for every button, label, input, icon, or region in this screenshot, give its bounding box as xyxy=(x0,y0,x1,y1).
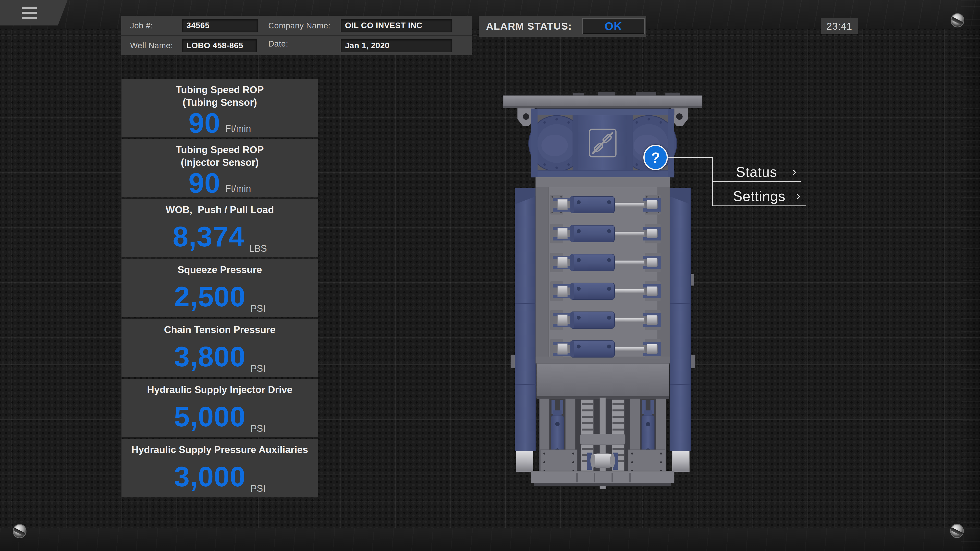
gauge-label: Chain Tension Pressure xyxy=(164,323,275,336)
gauge-unit: PSI xyxy=(251,364,266,377)
status-underline xyxy=(713,181,801,182)
gauge-value: 3,000 xyxy=(174,464,246,489)
background-bottom-band xyxy=(0,528,980,551)
panel-divider xyxy=(121,35,472,36)
screw-slot xyxy=(13,527,27,537)
gauge-value: 2,500 xyxy=(174,284,246,310)
injector-machine-render xyxy=(500,88,706,495)
company-name-label: Company Name: xyxy=(268,21,331,30)
gauge-value: 90 xyxy=(188,170,220,196)
company-name-field[interactable]: OIL CO INVEST INC xyxy=(340,19,452,32)
gauge-tubing-speed-tubing-sensor: Tubing Speed ROP(Tubing Sensor) 90Ft/min xyxy=(121,79,318,137)
machine-right-column xyxy=(670,188,695,472)
gauge-label: Squeeze Pressure xyxy=(178,263,262,276)
gauge-label: Hydraulic Supply Pressure Auxiliaries xyxy=(131,443,308,456)
screw-slot xyxy=(950,527,964,536)
alarm-status-panel: ALARM STATUS: OK xyxy=(479,16,646,37)
chevron-right-icon: › xyxy=(792,164,797,179)
menu-item-settings[interactable]: Settings › xyxy=(713,187,806,205)
gauge-label: WOB, Push / Pull Load xyxy=(165,203,274,216)
gauge-label: Tubing Speed ROP(Injector Sensor) xyxy=(176,143,264,169)
gauge-hydraulic-supply-pressure-auxiliaries: Hydraulic Supply Pressure Auxiliaries 3,… xyxy=(121,439,318,497)
gauge-tubing-speed-injector-sensor: Tubing Speed ROP(Injector Sensor) 90Ft/m… xyxy=(121,139,318,197)
hamburger-bar xyxy=(22,12,37,14)
gauge-hydraulic-supply-injector-drive: Hydraulic Supply Injector Drive 5,000PSI xyxy=(121,379,318,437)
machine-center-panel xyxy=(573,111,633,175)
main-menu-button[interactable] xyxy=(0,0,68,25)
gauge-label: Tubing Speed ROP(Tubing Sensor) xyxy=(176,83,264,109)
gauge-label: Hydraulic Supply Injector Drive xyxy=(147,383,293,396)
question-mark-icon: ? xyxy=(651,149,660,166)
hmi-screen: Job #: 34565 Company Name: OIL CO INVEST… xyxy=(0,0,980,551)
job-info-panel: Job #: 34565 Company Name: OIL CO INVEST… xyxy=(121,16,472,56)
machine-bottom-roller xyxy=(587,453,618,470)
gauge-unit: PSI xyxy=(251,303,266,318)
chevron-right-icon: › xyxy=(796,188,801,203)
alarm-status-box: OK xyxy=(582,19,644,34)
gauge-unit: LBS xyxy=(249,243,267,257)
gauge-squeeze-pressure: Squeeze Pressure 2,500PSI xyxy=(121,259,318,318)
date-field[interactable]: Jan 1, 2020 xyxy=(340,39,452,52)
screw-icon xyxy=(950,524,964,538)
gauge-chain-tension-pressure: Chain Tension Pressure 3,800PSI xyxy=(121,319,318,377)
hamburger-bar xyxy=(22,6,37,9)
background-right-band xyxy=(961,0,980,551)
well-name-label: Well Name: xyxy=(130,41,173,50)
gauge-unit: Ft/min xyxy=(225,183,251,197)
gauge-wob-push-pull-load: WOB, Push / Pull Load 8,374LBS xyxy=(121,199,318,257)
gauge-value: 8,374 xyxy=(173,224,245,249)
date-label: Date: xyxy=(268,39,288,49)
gauge-value: 5,000 xyxy=(174,404,246,430)
gauge-unit: PSI xyxy=(251,483,266,497)
settings-label: Settings xyxy=(733,188,786,204)
job-number-field[interactable]: 34565 xyxy=(182,19,258,32)
status-label: Status xyxy=(736,164,777,180)
job-number-label: Job #: xyxy=(130,21,153,30)
hamburger-bar xyxy=(22,17,37,19)
help-button[interactable]: ? xyxy=(643,145,668,170)
gauge-unit: Ft/min xyxy=(225,124,251,137)
machine-base-plate xyxy=(531,471,674,486)
callout-line-horizontal xyxy=(668,157,713,158)
alarm-status-label: ALARM STATUS: xyxy=(486,16,572,37)
menu-item-status[interactable]: Status › xyxy=(713,163,801,181)
machine-lower-section xyxy=(531,364,674,489)
gauge-unit: PSI xyxy=(251,423,266,437)
alarm-status-value: OK xyxy=(605,20,622,33)
screw-slot xyxy=(951,17,964,26)
clock-display: 23:41 xyxy=(821,18,858,34)
gauge-value: 90 xyxy=(188,110,220,136)
screw-icon xyxy=(13,524,27,538)
gauge-value: 3,800 xyxy=(174,344,246,370)
screw-icon xyxy=(951,13,964,27)
settings-underline xyxy=(713,205,806,206)
well-name-field[interactable]: LOBO 458-865 xyxy=(182,39,257,52)
machine-left-column xyxy=(511,188,536,472)
